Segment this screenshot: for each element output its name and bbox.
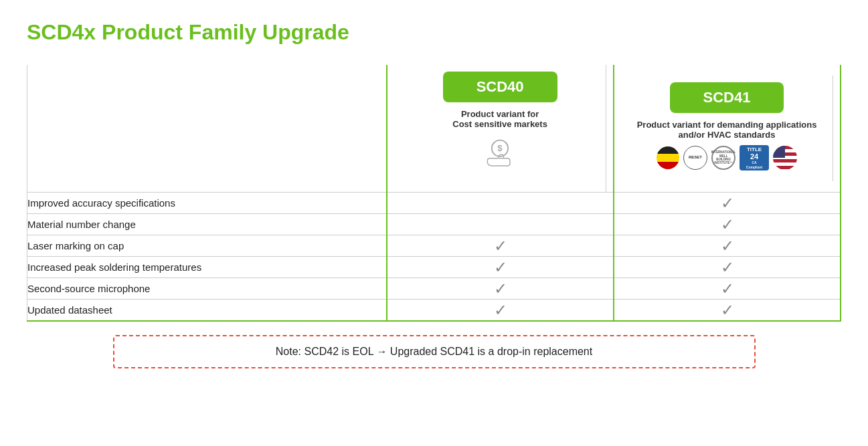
comparison-table: SCD40 Product variant for Cost sensitive…: [27, 65, 841, 322]
note-text: Note: SCD42 is EOL → Upgraded SCD41 is a…: [276, 346, 592, 357]
table-row: Increased peak soldering temperatures✓✓: [27, 257, 841, 278]
scd40-subtitle: Product variant for Cost sensitive marke…: [408, 109, 592, 129]
checkmark-icon: ✓: [494, 258, 507, 276]
scd40-badge: SCD40: [443, 72, 557, 102]
scd40-check: ✓: [387, 278, 614, 300]
table-row: Laser marking on cap✓✓: [27, 235, 841, 257]
feature-label: Material number change: [27, 214, 387, 235]
belgium-flag-icon: [657, 146, 679, 169]
scd41-badge: SCD41: [670, 82, 784, 113]
checkmark-icon: ✓: [494, 301, 507, 319]
feature-column-header: [27, 65, 387, 193]
table-row: Material number change✓: [27, 214, 841, 235]
scd41-check: ✓: [614, 278, 841, 300]
checkmark-icon: ✓: [721, 194, 734, 212]
feature-label: Updated datasheet: [27, 300, 387, 322]
reset-cert-icon: RESET: [683, 146, 707, 170]
scd41-check: ✓: [614, 300, 841, 322]
scd40-check: [387, 193, 614, 214]
feature-label: Second-source microphone: [27, 278, 387, 300]
scd40-icon: $: [408, 134, 592, 181]
table-row: Updated datasheet✓✓: [27, 300, 841, 322]
svg-text:$: $: [497, 143, 503, 153]
title24-cert-icon: TITLE 24 CA Compliant: [740, 145, 769, 171]
checkmark-icon: ✓: [721, 280, 734, 298]
scd41-column-header: SCD41 Product variant for demanding appl…: [614, 65, 841, 193]
scd40-column-header: SCD40 Product variant for Cost sensitive…: [387, 65, 614, 193]
checkmark-icon: ✓: [494, 280, 507, 298]
feature-label: Increased peak soldering temperatures: [27, 257, 387, 278]
page-title: SCD4x Product Family Upgrade: [27, 20, 841, 45]
scd41-check: ✓: [614, 235, 841, 257]
checkmark-icon: ✓: [721, 237, 734, 255]
scd41-subtitle: Product variant for demanding applicatio…: [634, 120, 819, 140]
scd40-check: ✓: [387, 300, 614, 322]
checkmark-icon: ✓: [494, 237, 507, 255]
checkmark-icon: ✓: [721, 258, 734, 276]
scd40-check: ✓: [387, 235, 614, 257]
note-box: Note: SCD42 is EOL → Upgraded SCD41 is a…: [113, 335, 756, 368]
scd40-check: ✓: [387, 257, 614, 278]
feature-label: Improved accuracy specifications: [27, 193, 387, 214]
checkmark-icon: ✓: [721, 215, 734, 233]
scd40-check: [387, 214, 614, 235]
table-row: Improved accuracy specifications✓: [27, 193, 841, 214]
scd41-check: ✓: [614, 257, 841, 278]
scd41-check: ✓: [614, 214, 841, 235]
checkmark-icon: ✓: [721, 301, 734, 319]
feature-label: Laser marking on cap: [27, 235, 387, 257]
scd41-cert-icons: RESET INTERNATIONAL WELL BUILDING INSTIT…: [634, 145, 819, 171]
us-flag-icon: [773, 146, 797, 170]
well-cert-icon: INTERNATIONAL WELL BUILDING INSTITUTE™: [711, 146, 735, 170]
scd41-check: ✓: [614, 193, 841, 214]
table-row: Second-source microphone✓✓: [27, 278, 841, 300]
